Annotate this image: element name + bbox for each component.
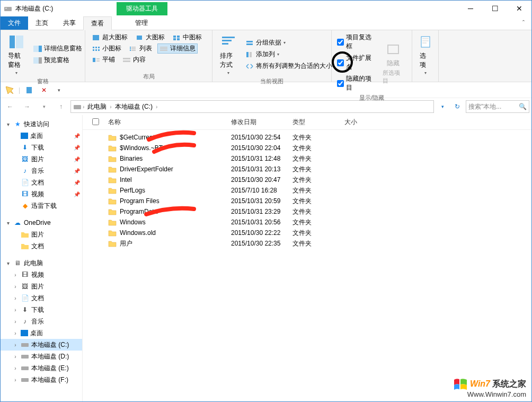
minimize-button[interactable]: ─ bbox=[458, 1, 483, 16]
file-row[interactable]: Binaries2015/10/31 12:48文件夹 bbox=[83, 153, 531, 164]
file-date: 2015/10/31 20:56 bbox=[227, 219, 288, 226]
nav-quick-access[interactable]: ▾★快速访问 bbox=[1, 118, 82, 130]
nav-pc-music[interactable]: ›♪音乐 bbox=[1, 316, 82, 327]
breadcrumb-drive-c[interactable]: 本地磁盘 (C:) bbox=[113, 102, 155, 111]
view-tiles[interactable]: 平铺 bbox=[90, 55, 117, 65]
nav-forward-button[interactable]: → bbox=[20, 100, 34, 113]
svg-rect-9 bbox=[137, 36, 142, 40]
svg-rect-46 bbox=[21, 355, 29, 359]
nav-onedrive-pictures[interactable]: 图片 bbox=[1, 229, 82, 240]
search-input[interactable]: 搜索"本地... 🔍 bbox=[466, 100, 529, 113]
nav-drive-e[interactable]: ›本地磁盘 (E:) bbox=[1, 362, 82, 374]
file-date: 2015/10/31 20:59 bbox=[227, 197, 288, 205]
view-small[interactable]: 小图标 bbox=[90, 43, 123, 54]
nav-pc-desktop[interactable]: ›桌面 bbox=[1, 327, 82, 339]
nav-this-pc[interactable]: ▾🖥此电脑 bbox=[1, 257, 82, 269]
nav-drive-d[interactable]: ›本地磁盘 (D:) bbox=[1, 351, 82, 362]
view-content[interactable]: 内容 bbox=[120, 55, 148, 65]
maximize-button[interactable]: ☐ bbox=[483, 1, 507, 16]
nav-downloads[interactable]: ⬇下载📌 bbox=[1, 142, 82, 153]
nav-drive-f[interactable]: ›本地磁盘 (F:) bbox=[1, 374, 82, 386]
toolbar-delete-icon[interactable]: ✕ bbox=[38, 84, 50, 96]
tab-home[interactable]: 主页 bbox=[28, 16, 56, 30]
group-by-button[interactable]: 分组依据▾ bbox=[243, 38, 334, 48]
nav-pictures[interactable]: 🖼图片📌 bbox=[1, 153, 82, 165]
nav-desktop[interactable]: 桌面📌 bbox=[1, 130, 82, 142]
file-row[interactable]: Windows2015/10/31 20:56文件夹 bbox=[83, 217, 531, 228]
svg-rect-29 bbox=[93, 58, 95, 62]
nav-up-button[interactable]: ↑ bbox=[54, 100, 68, 113]
sort-by-button[interactable]: 排序方式 ▾ bbox=[217, 32, 240, 76]
file-row[interactable]: DriverExpertFolder2015/10/31 20:13文件夹 bbox=[83, 164, 531, 174]
view-details[interactable]: 详细信息 bbox=[157, 43, 198, 54]
fit-columns-button[interactable]: 将所有列调整为合适的大小 bbox=[243, 61, 334, 71]
column-size-header[interactable]: 大小 bbox=[340, 118, 393, 127]
file-date: 2015/10/30 20:47 bbox=[227, 176, 288, 183]
options-button[interactable]: 选项 ▾ bbox=[416, 32, 434, 76]
view-medium[interactable]: 中图标 bbox=[170, 32, 204, 42]
add-columns-button[interactable]: 添加列▾ bbox=[243, 49, 334, 59]
file-row[interactable]: $GetCurrent2015/10/30 22:54文件夹 bbox=[83, 132, 531, 143]
file-row[interactable]: $Windows.~BT2015/10/30 22:04文件夹 bbox=[83, 143, 531, 153]
toolbar-paste-icon[interactable] bbox=[23, 84, 35, 96]
file-name: $GetCurrent bbox=[120, 134, 155, 141]
hide-selected-button[interactable]: 隐藏 所选项目 bbox=[379, 40, 407, 86]
nav-xunlei[interactable]: ◆迅雷下载 bbox=[1, 200, 82, 212]
column-name-header[interactable]: 名称 bbox=[104, 118, 227, 127]
file-name: Intel bbox=[120, 176, 132, 183]
nav-pc-downloads[interactable]: ›⬇下载 bbox=[1, 304, 82, 316]
toolbar-dropdown-icon[interactable]: ▾ bbox=[53, 84, 65, 96]
item-checkboxes-toggle[interactable]: 项目复选框 bbox=[336, 32, 376, 51]
svg-rect-21 bbox=[131, 47, 136, 48]
navigation-pane-button[interactable]: 导航窗格 ▾ bbox=[5, 32, 28, 76]
breadcrumb[interactable]: › 此电脑 › 本地磁盘 (C:) › bbox=[70, 100, 434, 113]
nav-drive-c[interactable]: ›本地磁盘 (C:) bbox=[1, 339, 82, 351]
refresh-icon[interactable]: ↻ bbox=[451, 100, 464, 113]
column-date-header[interactable]: 修改日期 bbox=[227, 118, 288, 127]
file-type: 文件夹 bbox=[288, 207, 340, 216]
preview-pane-button[interactable]: 预览窗格 bbox=[31, 55, 84, 65]
close-button[interactable]: ✕ bbox=[507, 1, 531, 16]
file-type: 文件夹 bbox=[288, 197, 340, 206]
nav-onedrive-documents[interactable]: 文档 bbox=[1, 240, 82, 252]
tab-share[interactable]: 共享 bbox=[56, 16, 83, 30]
hidden-items-toggle[interactable]: 隐藏的项目 bbox=[336, 74, 376, 93]
contextual-tab-drive-tools[interactable]: 驱动器工具 bbox=[117, 2, 167, 15]
tab-manage[interactable]: 管理 bbox=[128, 16, 155, 30]
svg-rect-5 bbox=[39, 46, 42, 52]
nav-videos[interactable]: 🎞视频📌 bbox=[1, 188, 82, 200]
column-type-header[interactable]: 类型 bbox=[288, 118, 340, 127]
view-extra-large[interactable]: 超大图标 bbox=[90, 32, 130, 42]
nav-documents[interactable]: 📄文档📌 bbox=[1, 177, 82, 188]
nav-pc-videos[interactable]: ›🎞视频 bbox=[1, 269, 82, 281]
file-row[interactable]: PerfLogs2015/7/10 16:28文件夹 bbox=[83, 185, 531, 196]
ribbon-collapse-button[interactable]: ˆ bbox=[516, 16, 531, 30]
view-large[interactable]: 大图标 bbox=[133, 32, 167, 42]
breadcrumb-this-pc[interactable]: 此电脑 bbox=[85, 102, 109, 111]
tab-file[interactable]: 文件 bbox=[1, 16, 28, 30]
details-pane-button[interactable]: 详细信息窗格 bbox=[31, 43, 84, 54]
svg-rect-38 bbox=[246, 43, 253, 45]
file-row[interactable]: Windows.old2015/10/30 22:22文件夹 bbox=[83, 228, 531, 238]
view-list[interactable]: 列表 bbox=[127, 43, 154, 54]
pin-icon[interactable] bbox=[4, 84, 15, 96]
tab-view[interactable]: 查看 bbox=[83, 16, 112, 30]
file-row[interactable]: ProgramData2015/10/31 23:29文件夹 bbox=[83, 206, 531, 217]
file-row[interactable]: Intel2015/10/30 20:47文件夹 bbox=[83, 174, 531, 185]
column-checkbox-header[interactable] bbox=[88, 118, 104, 127]
svg-rect-23 bbox=[131, 48, 136, 49]
file-row[interactable]: Program Files2015/10/31 20:59文件夹 bbox=[83, 196, 531, 206]
file-extensions-toggle[interactable]: 文件扩展名 bbox=[336, 53, 376, 72]
refresh-button[interactable]: ▾ bbox=[436, 100, 449, 113]
nav-music[interactable]: ♪音乐📌 bbox=[1, 165, 82, 177]
svg-rect-42 bbox=[421, 37, 430, 47]
file-row[interactable]: 用户2015/10/30 22:35文件夹 bbox=[83, 238, 531, 249]
nav-back-button[interactable]: ← bbox=[3, 100, 17, 113]
file-date: 2015/10/30 22:22 bbox=[227, 229, 288, 237]
nav-pc-pictures[interactable]: ›🖼图片 bbox=[1, 281, 82, 292]
nav-recent-button[interactable]: ▾ bbox=[37, 100, 51, 113]
file-type: 文件夹 bbox=[288, 239, 340, 248]
file-type: 文件夹 bbox=[288, 133, 340, 142]
nav-onedrive[interactable]: ▾☁OneDrive bbox=[1, 217, 82, 229]
nav-pc-documents[interactable]: ›📄文档 bbox=[1, 292, 82, 304]
